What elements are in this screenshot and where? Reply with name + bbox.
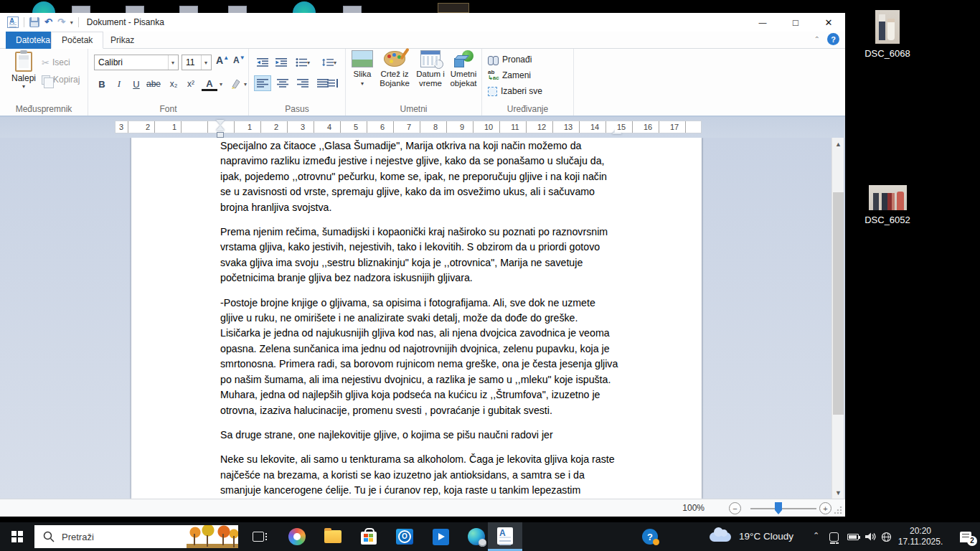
chevron-up-icon[interactable]: ⌃ — [813, 531, 819, 540]
chevron-down-icon: ▾ — [168, 55, 174, 70]
taskbar-outlook[interactable] — [387, 522, 422, 551]
help-icon[interactable]: ? — [827, 33, 839, 45]
grow-font-button[interactable]: A▲ — [216, 55, 229, 66]
vertical-scrollbar[interactable]: ▲ ▼ — [831, 138, 844, 499]
font-size-combo[interactable]: 11 ▾ — [182, 55, 212, 70]
search-box[interactable]: Pretraži — [34, 525, 238, 548]
align-left-button[interactable] — [254, 75, 271, 91]
task-view-button[interactable] — [241, 522, 275, 551]
underline-button[interactable]: U — [128, 76, 144, 92]
window-title: Dokument - Pisanka — [87, 17, 164, 27]
font-color-button[interactable]: A — [202, 77, 217, 91]
italic-button[interactable]: I — [111, 76, 127, 92]
cut-button[interactable]: ✂ Iseci — [42, 56, 70, 69]
scrollbar-thumb[interactable] — [833, 192, 844, 415]
decrease-indent-button[interactable] — [254, 55, 271, 70]
insert-object-label: Umetni objekat — [446, 70, 481, 88]
tray-network[interactable] — [881, 522, 892, 551]
ruler-strip[interactable]: 3211234567891011121314151617 — [115, 121, 702, 133]
strikethrough-button[interactable]: abe — [146, 76, 161, 92]
scroll-down-icon[interactable]: ▼ — [832, 486, 844, 499]
wordpad-window: ↶ ↷ ▾ Dokument - Pisanka — □ ✕ Datoteka … — [0, 13, 845, 517]
group-label: Font — [88, 104, 248, 114]
battery-icon — [847, 534, 859, 540]
ruler-number: 1 — [245, 122, 254, 133]
taskbar-file-explorer[interactable] — [316, 522, 350, 551]
zoom-slider-track[interactable] — [750, 508, 816, 509]
select-all-button[interactable]: Izaberi sve — [488, 85, 542, 98]
paragraph-dialog-button[interactable] — [324, 75, 341, 91]
start-button[interactable] — [0, 522, 34, 551]
shrink-font-button[interactable]: A▼ — [233, 55, 245, 65]
zoom-in-button[interactable]: + — [819, 502, 831, 514]
ruler-number: 1 — [170, 122, 179, 133]
taskbar-help[interactable]: ? — [633, 522, 667, 551]
select-all-icon — [488, 87, 497, 96]
ruler-number: 14 — [588, 122, 601, 133]
bold-button[interactable]: B — [94, 76, 110, 92]
photo-thumbnail — [869, 185, 907, 210]
close-button[interactable]: ✕ — [812, 13, 845, 32]
align-center-button[interactable] — [274, 75, 291, 91]
bullets-button[interactable]: ▾ — [291, 55, 314, 70]
zoom-out-button[interactable]: − — [729, 502, 741, 514]
taskbar-store[interactable] — [352, 522, 386, 551]
font-family-combo[interactable]: Calibri ▾ — [94, 55, 179, 70]
indent-marker[interactable] — [215, 120, 225, 140]
tab-view[interactable]: Prikaz — [100, 32, 144, 49]
weather-text[interactable]: 19°C Cloudy — [739, 531, 793, 542]
undo-icon[interactable]: ↶ — [44, 17, 52, 27]
replace-button[interactable]: ab↳ac Zameni — [488, 69, 531, 82]
chevron-down-icon[interactable]: ▾ — [242, 76, 249, 92]
desktop-icon-dsc6052[interactable]: DSC_6052 — [862, 185, 913, 225]
tray-battery[interactable] — [847, 522, 859, 551]
resize-grip[interactable] — [834, 506, 842, 514]
background-app-icon — [343, 6, 362, 13]
clock[interactable]: 20:20 17.11.2025. — [895, 526, 946, 547]
insert-picture-button[interactable]: Slika ▾ — [349, 50, 376, 88]
tab-home[interactable]: Početak — [51, 32, 103, 49]
find-button[interactable]: Pronađi — [488, 53, 532, 66]
highlight-button[interactable] — [227, 76, 243, 92]
wordpad-app-icon[interactable] — [7, 17, 19, 28]
taskbar-movies[interactable] — [423, 522, 458, 551]
ruler-number: 17 — [668, 122, 681, 133]
taskbar-copilot[interactable] — [280, 522, 314, 551]
ribbon-tabs: Datoteka Početak Prikaz ⌃ ? — [0, 32, 845, 49]
ruler-number: 5 — [352, 122, 360, 133]
desktop-icon-dsc6068[interactable]: DSC_6068 — [862, 10, 913, 59]
save-icon[interactable] — [29, 17, 39, 27]
paste-label: Nalepi — [9, 73, 39, 83]
outlook-icon — [396, 529, 413, 545]
ruler-number: 4 — [325, 122, 334, 133]
maximize-button[interactable]: □ — [779, 13, 812, 32]
subscript-button[interactable]: x₂ — [166, 76, 182, 92]
paste-button[interactable]: Nalepi ▾ — [9, 52, 39, 103]
align-right-button[interactable] — [294, 75, 311, 91]
redo-icon[interactable]: ↷ — [57, 17, 65, 27]
superscript-button[interactable]: x² — [183, 76, 199, 92]
insert-date-time-button[interactable]: Datum i vreme — [415, 50, 446, 88]
copy-button[interactable]: Kopiraj — [42, 73, 80, 86]
chevron-down-icon[interactable]: ▾ — [217, 76, 225, 92]
scroll-up-icon[interactable]: ▲ — [832, 138, 844, 150]
tray-volume[interactable] — [865, 522, 876, 551]
weather-widget[interactable] — [703, 522, 738, 551]
document-text[interactable]: Specijalno za čitaoce ,,Glasa Šumadije",… — [220, 138, 619, 499]
line-spacing-button[interactable]: ▾ — [317, 55, 341, 70]
replace-icon: ab↳ac — [488, 70, 499, 81]
increase-indent-button[interactable] — [273, 55, 290, 70]
date: 17.11.2025. — [895, 537, 946, 547]
minimize-button[interactable]: — — [746, 13, 779, 32]
taskbar-wordpad-active[interactable] — [488, 522, 522, 551]
zoom-slider-thumb[interactable] — [775, 502, 782, 514]
tray-device[interactable] — [829, 522, 839, 551]
group-label: Umetni — [346, 104, 481, 114]
background-app-icon — [438, 3, 469, 13]
page[interactable]: Specijalno za čitaoce ,,Glasa Šumadije",… — [131, 138, 702, 499]
collapse-ribbon-icon[interactable]: ⌃ — [814, 35, 820, 43]
insert-paint-drawing-button[interactable]: Crtež iz Bojanke — [376, 50, 413, 88]
qat-customize-icon[interactable]: ▾ — [70, 19, 73, 26]
insert-object-button[interactable]: Umetni objekat — [446, 50, 481, 88]
date-time-label: Datum i vreme — [415, 70, 446, 88]
